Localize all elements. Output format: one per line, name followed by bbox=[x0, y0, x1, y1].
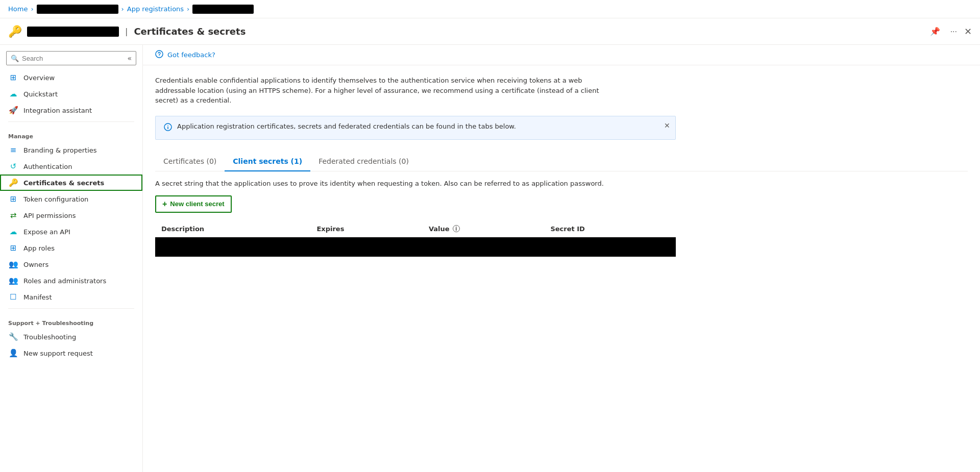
feedback-icon bbox=[155, 50, 163, 60]
col-expires: Expires bbox=[310, 221, 423, 237]
redacted-row-content bbox=[155, 237, 676, 257]
sidebar-item-quickstart[interactable]: ☁ Quickstart bbox=[0, 86, 142, 102]
sidebar-label-manifest: Manifest bbox=[23, 293, 52, 301]
tab-federated[interactable]: Federated credentials (0) bbox=[310, 152, 417, 171]
svg-rect-3 bbox=[167, 127, 168, 129]
sidebar-item-app-roles[interactable]: ⊞ App roles bbox=[0, 240, 142, 256]
page-header: 🔑 | Certificates & secrets 📌 ··· ✕ bbox=[0, 18, 980, 45]
plus-icon: + bbox=[162, 200, 167, 209]
new-support-icon: 👤 bbox=[8, 349, 18, 358]
app-roles-icon: ⊞ bbox=[8, 243, 18, 253]
troubleshooting-icon: 🔧 bbox=[8, 332, 18, 341]
authentication-icon: ↺ bbox=[8, 162, 18, 171]
support-section-label: Support + Troubleshooting bbox=[0, 312, 142, 329]
info-box: Application registration certificates, s… bbox=[155, 116, 676, 140]
sidebar-label-owners: Owners bbox=[23, 261, 48, 268]
token-config-icon: ⊞ bbox=[8, 194, 18, 204]
search-container[interactable]: 🔍 « bbox=[6, 51, 136, 65]
sidebar-item-expose-api[interactable]: ☁ Expose an API bbox=[0, 223, 142, 240]
sidebar-label-token-config: Token configuration bbox=[23, 195, 88, 203]
new-client-secret-button[interactable]: + New client secret bbox=[155, 195, 232, 213]
key-icon: 🔑 bbox=[8, 25, 22, 38]
sidebar-label-overview: Overview bbox=[23, 74, 55, 82]
sidebar-label-quickstart: Quickstart bbox=[23, 90, 58, 98]
breadcrumb-app-name bbox=[37, 5, 118, 14]
col-secret-id: Secret ID bbox=[544, 221, 676, 237]
search-input[interactable] bbox=[22, 55, 124, 62]
tab-client-secrets[interactable]: Client secrets (1) bbox=[225, 152, 310, 171]
sidebar-label-roles-admins: Roles and administrators bbox=[23, 277, 106, 285]
sidebar-label-authentication: Authentication bbox=[23, 163, 72, 170]
sidebar-item-overview[interactable]: ⊞ Overview bbox=[0, 69, 142, 86]
owners-icon: 👥 bbox=[8, 260, 18, 269]
header-actions: 📌 ··· bbox=[928, 24, 959, 38]
sidebar-divider-2 bbox=[8, 308, 134, 309]
tab-certificates[interactable]: Certificates (0) bbox=[155, 152, 225, 171]
collapse-icon[interactable]: « bbox=[127, 54, 132, 62]
sidebar-label-integration: Integration assistant bbox=[23, 107, 92, 114]
breadcrumb-home[interactable]: Home bbox=[8, 5, 28, 13]
info-box-close[interactable]: ✕ bbox=[664, 121, 670, 130]
description-text: Credentials enable confidential applicat… bbox=[155, 76, 615, 106]
sidebar-item-token-config[interactable]: ⊞ Token configuration bbox=[0, 191, 142, 207]
sidebar-item-manifest[interactable]: ☐ Manifest bbox=[0, 289, 142, 305]
new-secret-label: New client secret bbox=[170, 200, 224, 208]
value-info-icon[interactable]: i bbox=[453, 225, 460, 232]
header-app-name-redacted bbox=[27, 27, 119, 37]
expose-api-icon: ☁ bbox=[8, 227, 18, 236]
sidebar-item-integration[interactable]: 🚀 Integration assistant bbox=[0, 102, 142, 118]
sidebar-divider-1 bbox=[8, 121, 134, 122]
header-title-group: | Certificates & secrets bbox=[27, 26, 923, 37]
sidebar-label-api-permissions: API permissions bbox=[23, 212, 76, 219]
page-title: Certificates & secrets bbox=[134, 26, 246, 37]
sidebar-label-branding: Branding & properties bbox=[23, 146, 97, 154]
pin-button[interactable]: 📌 bbox=[928, 24, 942, 38]
sidebar-label-expose-api: Expose an API bbox=[23, 228, 70, 236]
feedback-label: Got feedback? bbox=[167, 51, 215, 59]
close-button[interactable]: ✕ bbox=[964, 26, 972, 37]
more-button[interactable]: ··· bbox=[948, 25, 959, 38]
quickstart-icon: ☁ bbox=[8, 89, 18, 98]
secrets-table: Description Expires Value i Secret ID bbox=[155, 221, 676, 257]
info-box-icon bbox=[164, 123, 172, 133]
certificates-icon: 🔑 bbox=[8, 178, 18, 187]
sidebar-item-api-permissions[interactable]: ⇄ API permissions bbox=[0, 207, 142, 223]
sidebar-item-troubleshooting[interactable]: 🔧 Troubleshooting bbox=[0, 329, 142, 345]
svg-point-4 bbox=[167, 125, 168, 126]
col-value: Value i bbox=[423, 221, 544, 237]
sidebar-label-new-support: New support request bbox=[23, 350, 93, 357]
breadcrumb-sep1: › bbox=[31, 5, 33, 13]
sidebar-label-troubleshooting: Troubleshooting bbox=[23, 333, 76, 341]
sidebar-item-certificates[interactable]: 🔑 Certificates & secrets bbox=[0, 175, 142, 191]
col-description: Description bbox=[155, 221, 310, 237]
main-content: Got feedback? Credentials enable confide… bbox=[143, 45, 980, 472]
manage-section-label: Manage bbox=[0, 125, 142, 142]
breadcrumb-bar: Home › › App registrations › bbox=[0, 0, 980, 18]
breadcrumb-page bbox=[192, 5, 254, 14]
branding-icon: ≡ bbox=[8, 145, 18, 155]
breadcrumb-sep2: › bbox=[121, 5, 124, 13]
sidebar-label-certificates: Certificates & secrets bbox=[23, 179, 104, 187]
table-row-redacted bbox=[155, 237, 676, 257]
info-box-text: Application registration certificates, s… bbox=[177, 122, 667, 130]
search-icon: 🔍 bbox=[11, 55, 19, 62]
overview-icon: ⊞ bbox=[8, 73, 18, 82]
svg-point-0 bbox=[156, 51, 163, 58]
breadcrumb-app-registrations[interactable]: App registrations bbox=[127, 5, 184, 13]
sidebar-item-owners[interactable]: 👥 Owners bbox=[0, 256, 142, 272]
header-divider: | bbox=[125, 27, 128, 36]
sidebar-label-app-roles: App roles bbox=[23, 244, 55, 252]
roles-admins-icon: 👥 bbox=[8, 276, 18, 285]
sidebar: 🔍 « ⊞ Overview ☁ Quickstart 🚀 Integratio… bbox=[0, 45, 143, 472]
api-permissions-icon: ⇄ bbox=[8, 211, 18, 220]
sidebar-item-authentication[interactable]: ↺ Authentication bbox=[0, 158, 142, 175]
sidebar-item-new-support[interactable]: 👤 New support request bbox=[0, 345, 142, 361]
sidebar-item-roles-admins[interactable]: 👥 Roles and administrators bbox=[0, 272, 142, 289]
breadcrumb-sep3: › bbox=[187, 5, 189, 13]
svg-point-1 bbox=[159, 56, 159, 56]
content-area: Credentials enable confidential applicat… bbox=[143, 65, 980, 267]
sidebar-item-branding[interactable]: ≡ Branding & properties bbox=[0, 142, 142, 158]
manifest-icon: ☐ bbox=[8, 292, 18, 302]
main-layout: 🔍 « ⊞ Overview ☁ Quickstart 🚀 Integratio… bbox=[0, 45, 980, 472]
feedback-bar[interactable]: Got feedback? bbox=[143, 45, 980, 65]
